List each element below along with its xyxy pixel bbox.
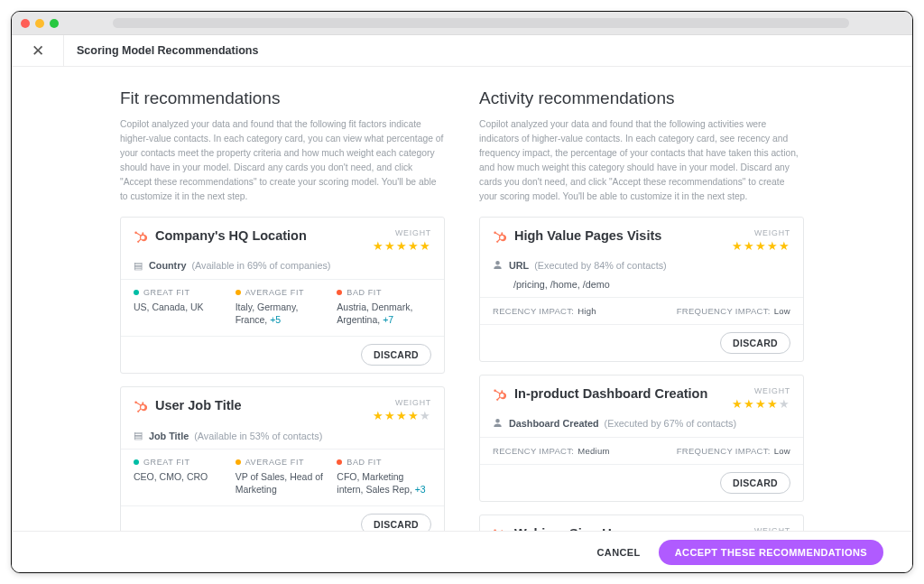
discard-button[interactable]: DISCARD [361, 514, 431, 531]
hubspot-icon [493, 388, 506, 402]
card-title: User Job Title [155, 398, 373, 413]
app-window: ✕ Scoring Model Recommendations Fit reco… [11, 11, 913, 573]
great-fit-values: US, Canada, UK [134, 301, 228, 313]
activity-heading: Activity recommendations [479, 88, 804, 108]
examples: /pricing, /home, /demo [480, 279, 803, 297]
content-body: Fit recommendations Copilot analyzed you… [12, 67, 912, 531]
bad-fit-values: CFO, Marketing intern, Sales Rep, +3 [337, 470, 431, 496]
property-name: Dashboard Created [509, 418, 599, 429]
frequency-value: Low [774, 446, 790, 456]
fit-breakdown: GREAT FIT US, Canada, UK AVERAGE FIT Ita… [121, 279, 444, 336]
dot-red-icon [337, 290, 342, 295]
property-name: URL [509, 260, 529, 271]
card-title: Company's HQ Location [155, 228, 373, 243]
traffic-lights [21, 19, 59, 28]
property-icon: ▤ [134, 430, 143, 441]
address-bar[interactable] [113, 18, 849, 28]
dot-green-icon [134, 459, 139, 465]
activity-card-high-value-pages: High Value Pages Visits WEIGHT ★★★★★ URL… [479, 217, 804, 362]
bad-fit-label: BAD FIT [346, 458, 382, 467]
close-icon[interactable]: ✕ [32, 43, 44, 59]
frequency-label: FREQUENCY IMPACT: [677, 446, 771, 456]
window-minimize-icon[interactable] [35, 19, 44, 28]
card-title: High Value Pages Visits [514, 228, 732, 243]
hubspot-icon [134, 230, 147, 244]
recency-value: High [578, 306, 596, 316]
weight-stars: ★★★★★ [732, 239, 790, 253]
weight-label: WEIGHT [732, 228, 790, 237]
discard-button[interactable]: DISCARD [361, 344, 431, 366]
average-fit-values: Italy, Germany, France, +5 [236, 301, 330, 326]
fit-description: Copilot analyzed your data and found tha… [120, 117, 445, 204]
recency-label: RECENCY IMPACT: [493, 446, 574, 456]
fit-column: Fit recommendations Copilot analyzed you… [120, 88, 445, 531]
user-icon [493, 418, 503, 430]
more-link[interactable]: +5 [270, 314, 281, 325]
dot-orange-icon [236, 459, 241, 465]
page-title: Scoring Model Recommendations [64, 44, 258, 57]
cancel-button[interactable]: CANCEL [596, 547, 640, 558]
weight-block: WEIGHT ★★★★★ [373, 228, 431, 253]
hubspot-icon [493, 230, 506, 244]
property-name: Country [149, 260, 186, 271]
impact-row: RECENCY IMPACT: High FREQUENCY IMPACT: L… [480, 297, 803, 324]
weight-label: WEIGHT [732, 386, 790, 395]
average-fit-label: AVERAGE FIT [245, 458, 304, 467]
property-name: Job Title [149, 431, 189, 441]
dot-orange-icon [236, 290, 241, 295]
card-title: In-product Dashboard Creation [514, 386, 732, 401]
property-availability: (Available in 53% of contacts) [194, 431, 322, 441]
impact-row: RECENCY IMPACT: Medium FREQUENCY IMPACT:… [480, 437, 803, 464]
discard-button[interactable]: DISCARD [720, 332, 790, 354]
great-fit-label: GREAT FIT [143, 458, 190, 467]
page-header: ✕ Scoring Model Recommendations [12, 35, 912, 67]
window-close-icon[interactable] [21, 19, 30, 28]
average-fit-values: VP of Sales, Head of Marketing [236, 470, 330, 496]
browser-titlebar [12, 12, 912, 35]
dot-red-icon [337, 459, 342, 465]
activity-description: Copilot analyzed your data and found tha… [479, 117, 804, 204]
property-icon: ▤ [134, 260, 143, 272]
frequency-label: FREQUENCY IMPACT: [677, 306, 771, 316]
discard-button[interactable]: DISCARD [720, 472, 790, 494]
recency-label: RECENCY IMPACT: [493, 306, 574, 316]
frequency-value: Low [774, 306, 790, 316]
weight-stars: ★★★★★ [732, 397, 790, 411]
average-fit-label: AVERAGE FIT [245, 288, 304, 297]
footer-actions: CANCEL ACCEPT THESE RECOMMENDATIONS [12, 531, 912, 572]
more-link[interactable]: +3 [415, 484, 426, 495]
activity-card-webinar-signup: Webinar Sign-Up WEIGHT ★★★★★ GoToWebinar… [479, 514, 804, 531]
weight-label: WEIGHT [373, 398, 431, 407]
fit-card-hq-location: Company's HQ Location WEIGHT ★★★★★ ▤ Cou… [120, 217, 445, 374]
dot-green-icon [134, 290, 139, 295]
weight-label: WEIGHT [373, 228, 431, 237]
bad-fit-values: Austria, Denmark, Argentina, +7 [337, 301, 431, 326]
hubspot-icon [134, 400, 147, 413]
weight-stars: ★★★★★ [373, 239, 431, 253]
great-fit-values: CEO, CMO, CRO [134, 470, 228, 483]
property-availability: (Executed by 84% of contacts) [534, 260, 666, 271]
activity-column: Activity recommendations Copilot analyze… [479, 88, 804, 531]
close-panel: ✕ [12, 35, 64, 66]
user-icon [493, 260, 503, 272]
great-fit-label: GREAT FIT [143, 288, 190, 297]
weight-stars: ★★★★★ [373, 409, 431, 422]
property-availability: (Executed by 67% of contacts) [605, 418, 736, 429]
bad-fit-label: BAD FIT [346, 288, 382, 297]
recency-value: Medium [578, 446, 610, 456]
accept-recommendations-button[interactable]: ACCEPT THESE RECOMMENDATIONS [659, 540, 883, 565]
fit-heading: Fit recommendations [120, 88, 445, 108]
fit-card-job-title: User Job Title WEIGHT ★★★★★ ▤ Job Title … [120, 386, 445, 531]
activity-card-dashboard-creation: In-product Dashboard Creation WEIGHT ★★★… [479, 375, 804, 502]
property-availability: (Available in 69% of companies) [191, 260, 330, 271]
window-zoom-icon[interactable] [50, 19, 59, 28]
more-link[interactable]: +7 [383, 314, 393, 325]
